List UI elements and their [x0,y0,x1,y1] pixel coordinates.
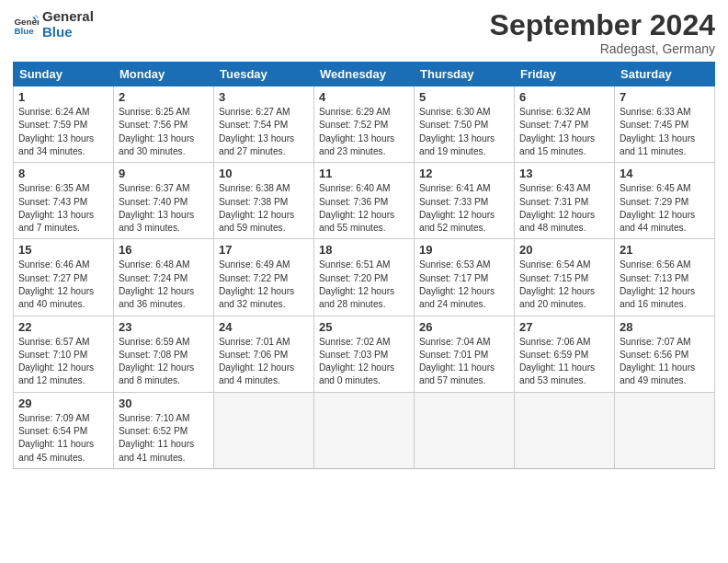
table-row [615,392,715,468]
calendar-week-row: 8Sunrise: 6:35 AM Sunset: 7:43 PM Daylig… [14,163,715,239]
day-number: 8 [18,167,108,180]
day-info: Sunrise: 6:48 AM Sunset: 7:24 PM Dayligh… [119,259,209,311]
table-row: 7Sunrise: 6:33 AM Sunset: 7:45 PM Daylig… [615,86,715,163]
day-number: 24 [219,320,309,334]
day-number: 30 [119,396,209,410]
table-row: 21Sunrise: 6:56 AM Sunset: 7:13 PM Dayli… [615,239,715,316]
day-info: Sunrise: 6:24 AM Sunset: 7:59 PM Dayligh… [18,106,108,158]
calendar-week-row: 15Sunrise: 6:46 AM Sunset: 7:27 PM Dayli… [14,239,715,316]
table-row: 22Sunrise: 6:57 AM Sunset: 7:10 PM Dayli… [14,316,114,392]
table-row [314,392,415,468]
day-info: Sunrise: 6:35 AM Sunset: 7:43 PM Dayligh… [18,182,108,235]
day-number: 21 [620,243,710,257]
table-row: 30Sunrise: 7:10 AM Sunset: 6:52 PM Dayli… [114,392,214,468]
day-number: 22 [18,320,108,334]
table-row: 26Sunrise: 7:04 AM Sunset: 7:01 PM Dayli… [415,316,515,392]
day-number: 7 [620,90,710,104]
day-number: 26 [419,320,509,334]
day-info: Sunrise: 7:10 AM Sunset: 6:52 PM Dayligh… [119,412,209,465]
day-info: Sunrise: 6:43 AM Sunset: 7:31 PM Dayligh… [519,182,609,235]
day-number: 14 [620,167,710,180]
day-number: 19 [419,243,509,257]
page-container: General Blue General Blue September 2024… [0,0,728,478]
table-row [515,392,615,468]
day-number: 27 [519,320,609,334]
table-row: 5Sunrise: 6:30 AM Sunset: 7:50 PM Daylig… [415,86,515,163]
col-tuesday: Tuesday [214,63,314,86]
day-info: Sunrise: 6:40 AM Sunset: 7:36 PM Dayligh… [319,182,409,235]
day-number: 28 [620,320,710,334]
day-info: Sunrise: 6:59 AM Sunset: 7:08 PM Dayligh… [119,336,209,388]
day-number: 20 [519,243,609,257]
table-row: 29Sunrise: 7:09 AM Sunset: 6:54 PM Dayli… [14,392,114,468]
day-number: 11 [319,167,409,180]
day-info: Sunrise: 6:41 AM Sunset: 7:33 PM Dayligh… [419,182,509,235]
day-info: Sunrise: 6:37 AM Sunset: 7:40 PM Dayligh… [119,182,209,235]
table-row: 14Sunrise: 6:45 AM Sunset: 7:29 PM Dayli… [615,163,715,239]
calendar-table: Sunday Monday Tuesday Wednesday Thursday… [13,62,715,469]
table-row: 24Sunrise: 7:01 AM Sunset: 7:06 PM Dayli… [214,316,314,392]
day-info: Sunrise: 6:57 AM Sunset: 7:10 PM Dayligh… [18,336,108,388]
calendar-week-row: 22Sunrise: 6:57 AM Sunset: 7:10 PM Dayli… [14,316,715,392]
day-number: 10 [219,167,309,180]
day-info: Sunrise: 6:49 AM Sunset: 7:22 PM Dayligh… [219,259,309,311]
day-info: Sunrise: 7:02 AM Sunset: 7:03 PM Dayligh… [319,336,409,388]
title-block: September 2024 Radegast, Germany [490,9,715,56]
table-row: 16Sunrise: 6:48 AM Sunset: 7:24 PM Dayli… [114,239,214,316]
calendar-header-row: Sunday Monday Tuesday Wednesday Thursday… [14,63,715,86]
logo-blue: Blue [42,25,94,40]
table-row: 23Sunrise: 6:59 AM Sunset: 7:08 PM Dayli… [114,316,214,392]
day-info: Sunrise: 6:45 AM Sunset: 7:29 PM Dayligh… [620,182,710,235]
day-info: Sunrise: 6:33 AM Sunset: 7:45 PM Dayligh… [620,106,710,158]
day-number: 4 [319,90,409,104]
month-title: September 2024 [490,9,715,41]
table-row: 10Sunrise: 6:38 AM Sunset: 7:38 PM Dayli… [214,163,314,239]
table-row: 11Sunrise: 6:40 AM Sunset: 7:36 PM Dayli… [314,163,415,239]
table-row: 3Sunrise: 6:27 AM Sunset: 7:54 PM Daylig… [214,86,314,163]
day-info: Sunrise: 7:06 AM Sunset: 6:59 PM Dayligh… [519,336,609,388]
day-info: Sunrise: 7:07 AM Sunset: 6:56 PM Dayligh… [620,336,710,388]
day-number: 18 [319,243,409,257]
day-number: 3 [219,90,309,104]
day-number: 2 [119,90,209,104]
svg-text:Blue: Blue [14,25,34,35]
day-number: 9 [119,167,209,180]
table-row: 17Sunrise: 6:49 AM Sunset: 7:22 PM Dayli… [214,239,314,316]
day-info: Sunrise: 6:32 AM Sunset: 7:47 PM Dayligh… [519,106,609,158]
table-row: 28Sunrise: 7:07 AM Sunset: 6:56 PM Dayli… [615,316,715,392]
day-number: 29 [18,396,108,410]
day-info: Sunrise: 6:29 AM Sunset: 7:52 PM Dayligh… [319,106,409,158]
day-info: Sunrise: 7:09 AM Sunset: 6:54 PM Dayligh… [18,412,108,465]
table-row [214,392,314,468]
table-row: 2Sunrise: 6:25 AM Sunset: 7:56 PM Daylig… [114,86,214,163]
day-number: 25 [319,320,409,334]
table-row: 6Sunrise: 6:32 AM Sunset: 7:47 PM Daylig… [515,86,615,163]
day-number: 6 [519,90,609,104]
day-info: Sunrise: 6:54 AM Sunset: 7:15 PM Dayligh… [519,259,609,311]
logo-general: General [42,9,94,25]
table-row: 25Sunrise: 7:02 AM Sunset: 7:03 PM Dayli… [314,316,415,392]
day-info: Sunrise: 6:53 AM Sunset: 7:17 PM Dayligh… [419,259,509,311]
day-number: 1 [18,90,108,104]
day-number: 17 [219,243,309,257]
day-number: 5 [419,90,509,104]
table-row: 18Sunrise: 6:51 AM Sunset: 7:20 PM Dayli… [314,239,415,316]
table-row: 12Sunrise: 6:41 AM Sunset: 7:33 PM Dayli… [415,163,515,239]
header: General Blue General Blue September 2024… [13,9,715,56]
table-row: 15Sunrise: 6:46 AM Sunset: 7:27 PM Dayli… [14,239,114,316]
table-row: 4Sunrise: 6:29 AM Sunset: 7:52 PM Daylig… [314,86,415,163]
logo-icon: General Blue [13,12,39,38]
day-info: Sunrise: 6:56 AM Sunset: 7:13 PM Dayligh… [620,259,710,311]
col-sunday: Sunday [14,63,114,86]
table-row: 8Sunrise: 6:35 AM Sunset: 7:43 PM Daylig… [14,163,114,239]
day-number: 16 [119,243,209,257]
table-row: 20Sunrise: 6:54 AM Sunset: 7:15 PM Dayli… [515,239,615,316]
day-info: Sunrise: 7:01 AM Sunset: 7:06 PM Dayligh… [219,336,309,388]
location: Radegast, Germany [490,41,715,56]
day-info: Sunrise: 7:04 AM Sunset: 7:01 PM Dayligh… [419,336,509,388]
col-wednesday: Wednesday [314,63,415,86]
day-info: Sunrise: 6:30 AM Sunset: 7:50 PM Dayligh… [419,106,509,158]
day-number: 15 [18,243,108,257]
day-info: Sunrise: 6:27 AM Sunset: 7:54 PM Dayligh… [219,106,309,158]
table-row [415,392,515,468]
